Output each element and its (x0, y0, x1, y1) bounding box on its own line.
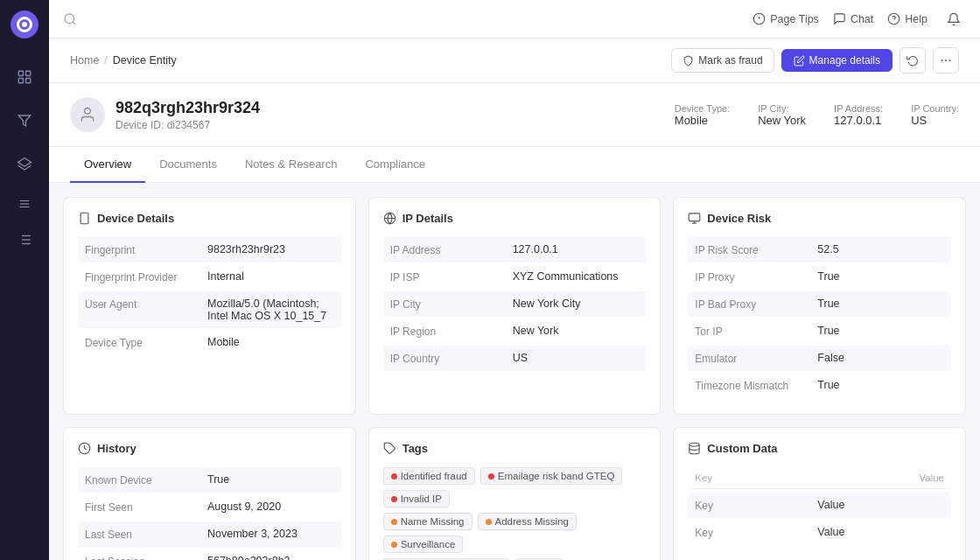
history-card: History Known DeviceTrueFirst SeenAugust… (63, 427, 356, 560)
breadcrumb-home[interactable]: Home (70, 54, 99, 66)
user-icon (79, 106, 96, 123)
more-options-button[interactable]: ··· (933, 47, 959, 74)
device-risk-rows: IP Risk Score52.5IP ProxyTrueIP Bad Prox… (688, 237, 951, 398)
row-value: 9823rh23hr9r23 (207, 243, 334, 256)
tab-compliance[interactable]: Compliance (351, 147, 439, 183)
ip-details-title: IP Details (383, 212, 647, 225)
topbar-actions: Page Tips Chat Help (752, 7, 966, 32)
device-icon (78, 212, 91, 225)
tag-dot (486, 519, 492, 525)
tag-item[interactable]: Invalid IP (383, 490, 450, 508)
page-tips-button[interactable]: Page Tips (752, 12, 819, 25)
content-area: Home / Device Entity Mark as fraud Manag… (49, 38, 980, 560)
entity-meta-ip-country: IP Country: US (911, 103, 959, 127)
svg-rect-2 (18, 79, 23, 83)
tag-item[interactable]: Address Missing (478, 513, 577, 530)
device-details-rows: Fingerprint9823rh23hr9r23Fingerprint Pro… (78, 237, 341, 355)
entity-meta-device-type: Device Type: Mobile (675, 103, 730, 127)
notifications-button[interactable] (942, 7, 966, 32)
row-value: US (513, 352, 640, 364)
row-value: False (817, 352, 944, 364)
device-details-card: Device Details Fingerprint9823rh23hr9r23… (63, 197, 356, 415)
table-row: KeyValue (688, 520, 951, 545)
entity-meta-ip-address: IP Address: 127.0.0.1 (834, 103, 883, 127)
custom-data-rows: KeyValueKeyValue (688, 493, 951, 545)
tag-dot (488, 473, 494, 480)
search-icon (63, 12, 77, 26)
sidebar-item-list[interactable] (10, 226, 38, 254)
table-row: Last Session567h89e293r8h3 (78, 549, 341, 560)
breadcrumb: Home / Device Entity (70, 54, 177, 66)
svg-rect-0 (18, 71, 23, 75)
table-row: IP ISPXYZ Communications (383, 264, 647, 290)
tab-overview[interactable]: Overview (70, 147, 145, 183)
ip-address-value: 127.0.0.1 (834, 114, 883, 127)
row-label: Last Seen (85, 528, 207, 541)
tag-label: Surveillance (401, 539, 456, 550)
help-icon (887, 12, 900, 25)
page-tips-label: Page Tips (770, 13, 819, 25)
tag-item[interactable]: Emailage risk band GTEQ (480, 467, 623, 485)
tag-item[interactable]: Identified fraud (383, 467, 475, 485)
table-row: User AgentMozilla/5.0 (Macintosh; Intel … (78, 291, 341, 328)
table-row: IP RegionNew York (383, 318, 647, 344)
row-label: IP Country (390, 352, 513, 365)
row-value: XYZ Communications (513, 270, 640, 283)
tag-label: Identified fraud (401, 471, 467, 481)
row-value: True (207, 473, 334, 486)
row-value: August 9, 2020 (207, 500, 334, 513)
avatar (70, 97, 105, 132)
row-value: 127.0.0.1 (513, 243, 640, 256)
row-value: 52.5 (817, 243, 944, 256)
sidebar-item-dashboard[interactable] (10, 63, 38, 91)
row-value: True (817, 379, 944, 391)
sidebar-expand[interactable] (18, 198, 31, 210)
manage-details-button[interactable]: Manage details (781, 49, 892, 72)
tag-label: Invalid IP (401, 494, 442, 504)
manage-button-label: Manage details (809, 54, 880, 66)
chat-button[interactable]: Chat (833, 12, 873, 25)
ip-country-label: IP Country: (911, 103, 959, 114)
row-value: True (817, 325, 944, 337)
history-button[interactable] (900, 47, 926, 74)
row-value: November 3, 2023 (207, 528, 334, 540)
row-label: Timezone Mismatch (695, 379, 817, 392)
tag-dot (391, 519, 397, 525)
tag-item[interactable]: Surveillance (383, 536, 464, 553)
sidebar-item-filters[interactable] (10, 107, 38, 135)
sidebar-item-layers[interactable] (10, 150, 38, 178)
row-label: Fingerprint (85, 243, 207, 256)
table-row: IP ProxyTrue (688, 264, 951, 290)
entity-meta: Device Type: Mobile IP City: New York IP… (675, 103, 959, 127)
table-row: IP Risk Score52.5 (688, 237, 951, 262)
entity-header: 982q3rgh23hr9r324 Device ID: di234567 De… (49, 83, 980, 147)
tag-item[interactable]: Name Missing (383, 513, 472, 530)
help-button[interactable]: Help (887, 12, 928, 25)
row-label: First Seen (85, 500, 207, 514)
ip-details-card: IP Details IP Address127.0.0.1IP ISPXYZ … (368, 197, 662, 415)
search-container[interactable] (63, 12, 742, 26)
tag-label: Name Missing (401, 516, 465, 527)
tab-documents[interactable]: Documents (145, 147, 231, 183)
tags-title: Tags (383, 442, 647, 455)
device-type-value: Mobile (675, 114, 730, 127)
table-row: Device TypeMobile (78, 330, 341, 355)
tab-notes[interactable]: Notes & Research (231, 147, 352, 183)
tag-dot (391, 542, 397, 548)
tag-label: Emailage risk band GTEQ (498, 471, 615, 481)
custom-value: Value (817, 526, 944, 538)
app-logo[interactable] (10, 10, 38, 38)
row-value: True (817, 298, 944, 310)
svg-point-22 (85, 108, 91, 115)
history-rows: Known DeviceTrueFirst SeenAugust 9, 2020… (78, 467, 341, 560)
row-label: IP Proxy (695, 270, 817, 284)
history-title: History (78, 442, 341, 455)
mark-as-fraud-button[interactable]: Mark as fraud (671, 48, 774, 73)
custom-key: Key (695, 499, 817, 512)
custom-value: Value (817, 499, 944, 511)
breadcrumb-separator: / (104, 54, 107, 66)
svg-point-20 (889, 13, 900, 24)
table-row: IP CountryUS (383, 346, 647, 371)
row-value: 567h89e293r8h3 (207, 555, 334, 560)
entity-name: 982q3rgh23hr9r324 (116, 99, 260, 117)
